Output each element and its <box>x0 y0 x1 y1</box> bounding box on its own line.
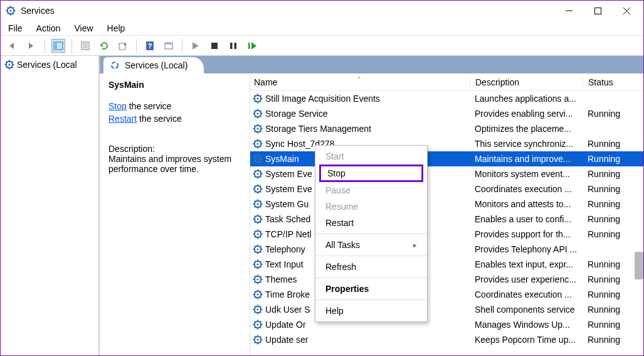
service-name: Task Sched <box>265 214 310 224</box>
service-row[interactable]: Still Image Acquisition EventsLaunches a… <box>250 91 643 106</box>
refresh-button[interactable] <box>97 39 111 53</box>
service-description: Manages Windows Up... <box>470 320 583 330</box>
ctx-resume: Resume <box>315 198 427 215</box>
service-icon <box>253 259 263 269</box>
menu-file[interactable]: File <box>8 23 23 33</box>
minimize-button[interactable] <box>554 1 583 20</box>
service-row[interactable]: System EveCoordinates execution ...Runni… <box>250 181 643 197</box>
service-name: Storage Tiers Management <box>265 124 371 134</box>
service-status: Running <box>583 305 626 315</box>
ctx-separator <box>315 234 427 234</box>
service-status: Running <box>583 154 626 164</box>
restart-service-button[interactable] <box>245 39 259 53</box>
service-row[interactable]: Update OrManages Windows Up...Running <box>250 317 643 332</box>
ctx-all-tasks[interactable]: All Tasks▸ <box>315 237 427 253</box>
service-name: Text Input <box>265 259 304 269</box>
service-row[interactable]: Storage Tiers ManagementOptimizes the pl… <box>250 121 643 136</box>
ctx-restart[interactable]: Restart <box>315 215 427 231</box>
menu-help[interactable]: Help <box>107 23 125 33</box>
service-description: Shell components service <box>470 305 583 315</box>
nav-forward-button[interactable] <box>24 39 38 53</box>
tree-pane: Services (Local <box>1 56 100 355</box>
close-button[interactable] <box>612 1 641 20</box>
service-description: Enables a user to confi... <box>470 214 583 224</box>
service-status: Running <box>583 229 626 239</box>
service-icon <box>253 214 263 224</box>
service-row[interactable]: ThemesProvides user experienc...Running <box>250 272 643 287</box>
service-name: Themes <box>265 274 297 284</box>
service-name: Update ser <box>265 335 308 345</box>
svg-rect-26 <box>230 43 233 49</box>
service-name: Update Or <box>265 320 306 330</box>
sort-indicator-icon: ⌃ <box>357 76 362 82</box>
service-icon <box>253 289 263 299</box>
tab-services-local[interactable]: Services (Local) <box>103 57 204 73</box>
service-icon <box>253 94 263 104</box>
menu-view[interactable]: View <box>74 23 93 33</box>
col-header-description[interactable]: Description <box>470 77 583 87</box>
description-text: Maintains and improves system performanc… <box>108 154 241 174</box>
tree-root-label: Services (Local <box>17 60 77 70</box>
ctx-separator <box>315 256 427 256</box>
pause-service-button[interactable] <box>226 39 240 53</box>
service-status: Running <box>583 335 626 345</box>
tree-root-item[interactable]: Services (Local <box>4 58 95 71</box>
service-name: Time Broke <box>265 289 310 299</box>
tab-label: Services (Local) <box>125 60 187 70</box>
service-row[interactable]: TCP/IP NetlProvides support for th...Run… <box>250 227 643 242</box>
service-row[interactable]: TelephonyProvides Telephony API ... <box>250 242 643 257</box>
service-status: Running <box>583 259 626 269</box>
export-list-button[interactable] <box>116 39 130 53</box>
stop-service-button[interactable] <box>208 39 221 53</box>
col-header-status[interactable]: Status <box>583 77 626 87</box>
service-row[interactable]: Task SchedEnables a user to confi...Runn… <box>250 212 643 227</box>
service-status: Running <box>583 274 626 284</box>
service-row[interactable]: Update serKeeps Popcorn Time up...Runnin… <box>250 332 643 347</box>
service-row[interactable]: SysMainMaintains and improve...Running <box>250 151 643 166</box>
service-icon <box>253 305 263 315</box>
ctx-help[interactable]: Help <box>315 303 427 319</box>
restart-service-link[interactable]: Restart <box>108 114 137 124</box>
svg-point-29 <box>112 62 118 68</box>
description-heading: Description: <box>108 144 241 154</box>
ctx-separator <box>315 278 427 278</box>
service-row[interactable]: Time BrokeCoordinates execution ...Runni… <box>250 287 643 302</box>
toolbar-button[interactable] <box>162 39 176 53</box>
properties-button[interactable] <box>78 39 92 53</box>
description-panel: SysMain Stop the service Restart the ser… <box>100 73 250 355</box>
svg-rect-15 <box>54 42 57 50</box>
service-name: System Eve <box>265 184 312 194</box>
service-row[interactable]: Sync Host_7d278This service synchroniz..… <box>250 136 643 151</box>
service-icon <box>253 139 263 149</box>
ctx-properties[interactable]: Properties <box>315 281 427 297</box>
ctx-stop[interactable]: Stop <box>319 165 423 182</box>
menu-action[interactable]: Action <box>36 23 61 33</box>
show-hide-tree-button[interactable] <box>51 39 65 53</box>
service-description: This service synchroniz... <box>470 139 583 149</box>
service-row[interactable]: Udk User SShell components serviceRunnin… <box>250 302 643 317</box>
service-icon <box>253 320 263 330</box>
svg-rect-28 <box>248 43 250 49</box>
window-title: Services <box>21 6 55 16</box>
service-status: Running <box>583 289 626 299</box>
tab-row: Services (Local) <box>100 56 643 73</box>
stop-suffix: the service <box>127 101 172 111</box>
service-description: Launches applications a... <box>470 94 583 104</box>
service-row[interactable]: Text InputEnables text input, expr...Run… <box>250 257 643 272</box>
service-icon <box>253 229 263 239</box>
ctx-refresh[interactable]: Refresh <box>315 259 427 275</box>
service-row[interactable]: System GuMonitors and attests to...Runni… <box>250 197 643 212</box>
col-header-name[interactable]: Name⌃ <box>250 77 470 87</box>
stop-service-link[interactable]: Stop <box>108 101 127 111</box>
start-service-button[interactable] <box>189 39 203 53</box>
nav-back-button[interactable] <box>6 39 19 53</box>
service-description: Enables text input, expr... <box>470 259 583 269</box>
service-status: Running <box>583 214 626 224</box>
service-row[interactable]: Storage ServiceProvides enabling servi..… <box>250 106 643 121</box>
svg-text:?: ? <box>148 42 152 50</box>
vertical-scrollbar-thumb[interactable] <box>635 252 643 279</box>
help-button[interactable]: ? <box>143 39 157 53</box>
service-row[interactable]: System EveMonitors system event...Runnin… <box>250 166 643 181</box>
maximize-button[interactable] <box>583 1 612 20</box>
service-description: Coordinates execution ... <box>470 289 583 299</box>
